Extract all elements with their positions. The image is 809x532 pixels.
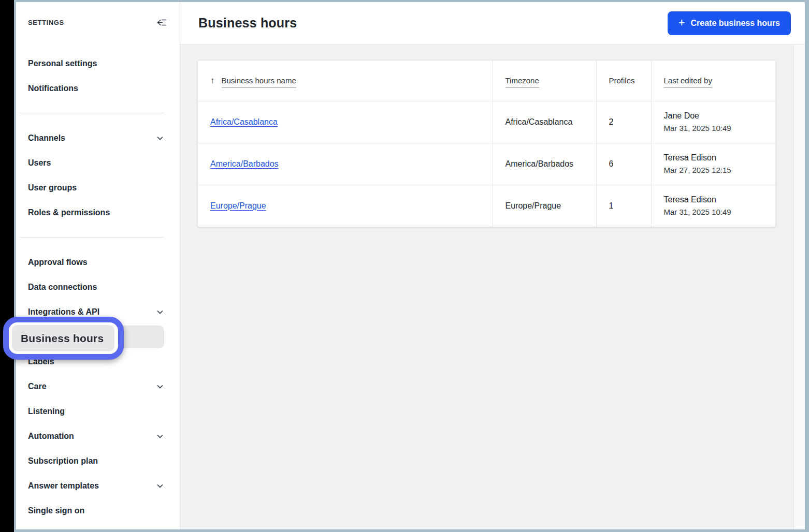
column-label: Business hours name [222, 76, 296, 88]
sidebar-divider [19, 237, 164, 238]
sidebar-item-single-sign-on[interactable]: Single sign on [16, 498, 180, 523]
chevron-down-icon [156, 134, 164, 142]
chevron-down-icon [156, 308, 164, 316]
sidebar-item-answer-templates[interactable]: Answer templates [16, 474, 180, 498]
sidebar-item-label: Approval flows [28, 258, 88, 267]
chevron-down-icon [156, 382, 164, 391]
sidebar-item-users[interactable]: Users [16, 151, 180, 175]
sidebar-item-listening[interactable]: Listening [16, 399, 180, 424]
sidebar-item-data-connections[interactable]: Data connections [16, 275, 180, 300]
name-cell: Europe/Prague [198, 185, 493, 227]
sidebar-item-approval-flows[interactable]: Approval flows [16, 250, 180, 275]
sidebar-item-user-groups[interactable]: User groups [16, 175, 180, 200]
name-cell: America/Barbados [198, 143, 493, 185]
page-header: Business hours + Create business hours [180, 2, 805, 45]
timezone-cell: America/Barbados [493, 143, 596, 185]
sidebar-item-personal-settings[interactable]: Personal settings [16, 51, 180, 76]
business-hours-table: ↑Business hours name Timezone Profiles L… [198, 61, 775, 227]
sidebar-item-label: Notifications [28, 84, 78, 93]
profiles-cell: 2 [596, 101, 651, 143]
column-header-profiles: Profiles [596, 61, 651, 101]
profiles-cell: 6 [596, 143, 651, 185]
sidebar-item-roles-permissions[interactable]: Roles & permissions [16, 200, 180, 225]
sidebar-divider [19, 113, 164, 113]
scrollbar-gutter[interactable] [793, 45, 805, 529]
create-button-label: Create business hours [691, 19, 781, 28]
app-frame: SETTINGS Personal settings Notifications [14, 0, 809, 532]
name-cell: Africa/Casablanca [198, 101, 493, 143]
sidebar-item-care[interactable]: Care [16, 374, 180, 399]
sidebar-header: SETTINGS [16, 2, 180, 42]
sidebar-item-automation[interactable]: Automation [16, 424, 180, 449]
last-edited-cell: Teresa Edison Mar 31, 2025 10:49 [651, 185, 775, 227]
editor-name: Jane Doe [664, 111, 765, 121]
business-hours-table-card: ↑Business hours name Timezone Profiles L… [198, 61, 775, 227]
chevron-down-icon [156, 482, 164, 490]
last-edited-cell: Teresa Edison Mar 27, 2025 12:15 [651, 143, 775, 185]
create-business-hours-button[interactable]: + Create business hours [668, 11, 791, 35]
sidebar-item-label: Personal settings [28, 59, 97, 68]
sidebar-item-notifications[interactable]: Notifications [16, 76, 180, 101]
page-title: Business hours [198, 16, 297, 31]
column-header-timezone[interactable]: Timezone [493, 61, 596, 101]
table-row: Africa/Casablanca Africa/Casablanca 2 Ja… [198, 101, 775, 143]
table-row: Europe/Prague Europe/Prague 1 Teresa Edi… [198, 185, 775, 227]
column-label: Last edited by [664, 76, 712, 88]
edited-timestamp: Mar 31, 2025 10:49 [664, 124, 765, 132]
sidebar-title: SETTINGS [28, 19, 64, 26]
sidebar-item-label: Channels [28, 134, 65, 143]
sort-ascending-icon: ↑ [210, 76, 215, 86]
column-header-last-edited-by[interactable]: Last edited by [651, 61, 775, 101]
plus-icon: + [678, 17, 685, 28]
profiles-cell: 1 [596, 185, 651, 227]
sidebar-item-label: Answer templates [28, 481, 99, 491]
sidebar-item-label: User groups [28, 183, 77, 193]
sidebar-item-label: Subscription plan [28, 456, 98, 466]
edited-timestamp: Mar 27, 2025 12:15 [664, 166, 765, 174]
chevron-down-icon [156, 432, 164, 440]
sidebar-item-label: Automation [28, 432, 74, 441]
business-hours-link[interactable]: Africa/Casablanca [210, 117, 278, 126]
sidebar-item-label: Data connections [28, 283, 97, 292]
sidebar-item-label: Users [28, 158, 51, 168]
sidebar-item-label: Single sign on [28, 506, 84, 515]
business-hours-annotation-callout: Business hours [3, 317, 124, 360]
collapse-sidebar-button[interactable] [155, 17, 168, 28]
editor-name: Teresa Edison [664, 195, 765, 204]
column-label: Profiles [609, 76, 635, 85]
sidebar-item-channels[interactable]: Channels [16, 126, 180, 151]
business-hours-link[interactable]: America/Barbados [210, 159, 279, 168]
timezone-cell: Europe/Prague [493, 185, 596, 227]
table-row: America/Barbados America/Barbados 6 Tere… [198, 143, 775, 185]
sidebar-item-subscription-plan[interactable]: Subscription plan [16, 449, 180, 474]
sidebar-nav: Personal settings Notifications Channels… [16, 51, 180, 523]
main-area: Business hours + Create business hours ↑… [180, 2, 805, 529]
business-hours-link[interactable]: Europe/Prague [210, 201, 266, 210]
annotation-label: Business hours [21, 332, 104, 345]
table-header-row: ↑Business hours name Timezone Profiles L… [198, 61, 775, 101]
sidebar-item-label: Care [28, 382, 47, 391]
edited-timestamp: Mar 31, 2025 10:49 [664, 208, 765, 216]
sidebar-item-label: Roles & permissions [28, 208, 110, 217]
annotation-pill: Business hours [12, 325, 114, 351]
column-label: Timezone [505, 76, 539, 88]
collapse-sidebar-icon [156, 18, 167, 27]
last-edited-cell: Jane Doe Mar 31, 2025 10:49 [651, 101, 775, 143]
timezone-cell: Africa/Casablanca [493, 101, 596, 143]
editor-name: Teresa Edison [664, 153, 765, 162]
column-header-business-hours-name[interactable]: ↑Business hours name [198, 61, 493, 101]
settings-sidebar: SETTINGS Personal settings Notifications [16, 2, 180, 529]
sidebar-item-label: Integrations & API [28, 307, 99, 317]
content-area: ↑Business hours name Timezone Profiles L… [180, 45, 805, 529]
sidebar-item-label: Listening [28, 407, 65, 416]
